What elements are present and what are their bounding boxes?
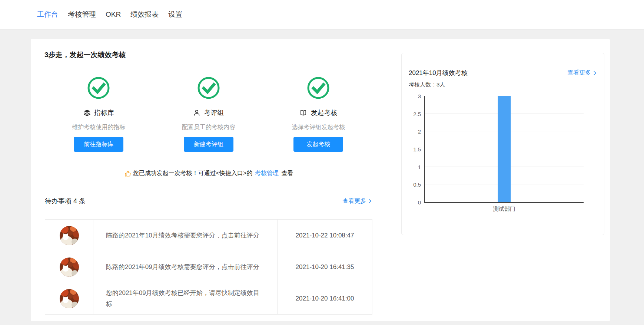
success-text-suffix: 查看	[281, 170, 293, 177]
user-icon	[193, 109, 200, 116]
timestamp: 2021-10-20 16:41:00	[296, 295, 354, 302]
y-tick-label: 2.5	[413, 111, 421, 117]
y-tick-label: 1	[418, 164, 421, 170]
y-tick-label: 2	[418, 128, 421, 135]
todo-title: 待办事项 4 条	[45, 197, 86, 206]
bar-测试部门	[498, 96, 511, 202]
todo-table: 陈路的2021年10月绩效考核需要您评分，点击前往评分 2021-10-22 1…	[45, 219, 372, 315]
top-navbar: 工作台 考核管理 OKR 绩效报表 设置	[0, 0, 644, 29]
y-tick-label: 3	[418, 93, 421, 99]
step-description: 选择考评组发起考核	[292, 124, 345, 131]
workflow-title: 3步走，发起一次绩效考核	[44, 50, 126, 60]
todo-text: 陈路的2021年10月绩效考核需要您评分，点击前往评分	[106, 230, 259, 241]
nav-item-performance-report[interactable]: 绩效报表	[130, 10, 159, 19]
avatar	[60, 257, 79, 277]
todo-time: 2021-10-20 16:41:35	[278, 251, 372, 283]
todo-time: 2021-10-22 10:08:47	[278, 220, 372, 251]
report-title: 2021年10月绩效考核	[409, 69, 468, 77]
step-description: 配置员工的考核内容	[182, 124, 235, 131]
step-description: 维护考核使用的指标	[72, 124, 125, 131]
todo-text: 陈路的2021年09月绩效考核需要您评分，点击前往评分	[106, 262, 259, 273]
view-more-label: 查看更多	[342, 197, 366, 205]
step-launch-assessment: 发起考核 选择考评组发起考核 发起考核	[263, 76, 374, 152]
nav-item-settings[interactable]: 设置	[168, 10, 182, 19]
workflow-steps: 指标库 维护考核使用的指标 前往指标库 考评组 配置员工的考核内容 新建考评组	[44, 76, 374, 152]
todo-row[interactable]: 陈路的2021年10月绩效考核需要您评分，点击前往评分	[93, 220, 278, 251]
nav-item-assessment-management[interactable]: 考核管理	[68, 10, 96, 19]
step-indicator-library: 指标库 维护考核使用的指标 前往指标库	[44, 76, 154, 152]
avatar	[60, 226, 79, 245]
report-view-more-link[interactable]: 查看更多	[567, 69, 597, 77]
success-text: 您已成功发起一次考核！可通过<快捷入口>的	[133, 170, 253, 177]
timestamp: 2021-10-20 16:41:35	[296, 263, 354, 271]
avatar	[60, 289, 79, 308]
chevron-right-icon	[592, 70, 597, 76]
x-axis-category-label: 测试部门	[493, 206, 515, 213]
bar-chart-plot: 00.511.522.53测试部门	[424, 96, 584, 203]
create-review-group-button[interactable]: 新建考评组	[184, 137, 233, 152]
todo-row[interactable]: 陈路的2021年09月绩效考核需要您评分，点击前往评分	[93, 251, 278, 283]
check-circle-icon	[306, 76, 330, 100]
y-tick-label: 1.5	[413, 146, 421, 152]
check-circle-icon	[87, 76, 110, 100]
y-tick-label: 0.5	[413, 181, 421, 188]
todo-row-avatar-cell	[45, 220, 93, 251]
todo-row[interactable]: 您的2021年09月绩效考核已经开始，请尽快制定绩效目标	[93, 283, 278, 314]
thumbs-up-icon	[124, 170, 132, 177]
nav-item-workbench[interactable]: 工作台	[37, 10, 58, 19]
step-review-group: 考评组 配置员工的考核内容 新建考评组	[154, 76, 264, 152]
step-name: 发起考核	[311, 108, 337, 117]
assessment-management-link[interactable]: 考核管理	[255, 170, 279, 177]
todo-row-avatar-cell	[45, 283, 93, 314]
todo-row-avatar-cell	[45, 251, 93, 283]
check-circle-icon	[197, 76, 220, 100]
chevron-right-icon	[367, 198, 372, 204]
launch-assessment-button[interactable]: 发起考核	[293, 137, 343, 152]
main-content-card: 3步走，发起一次绩效考核 指标库 维护考核使用的指标 前往指标库	[31, 39, 610, 321]
step-name: 指标库	[94, 108, 114, 117]
y-tick-label: 0	[418, 199, 421, 206]
goto-indicator-library-button[interactable]: 前往指标库	[74, 137, 123, 152]
view-more-label: 查看更多	[567, 69, 591, 77]
success-message: 您已成功发起一次考核！可通过<快捷入口>的 考核管理 查看	[44, 170, 374, 177]
timestamp: 2021-10-22 10:08:47	[296, 232, 354, 239]
layers-icon	[83, 109, 91, 116]
book-icon	[299, 109, 307, 116]
todo-view-more-link[interactable]: 查看更多	[342, 197, 372, 205]
step-name: 考评组	[204, 108, 224, 117]
todo-time: 2021-10-20 16:41:00	[278, 283, 372, 314]
todo-text: 您的2021年09月绩效考核已经开始，请尽快制定绩效目标	[106, 288, 259, 310]
nav-item-okr[interactable]: OKR	[106, 10, 121, 19]
report-people-count: 考核人数：3人	[409, 81, 445, 88]
report-card: 2021年10月绩效考核 查看更多 考核人数：3人 00.511.522.53测…	[401, 53, 604, 235]
